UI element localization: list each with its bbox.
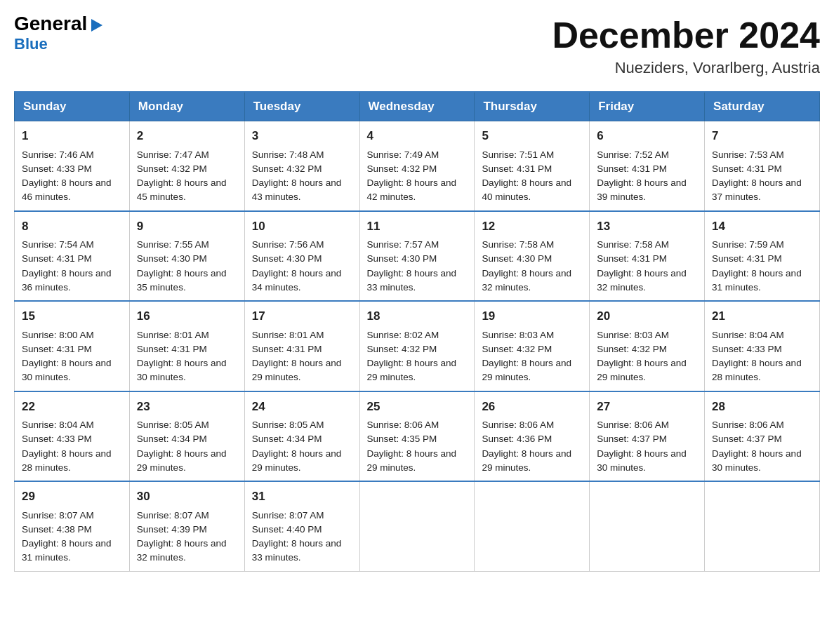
sunrise-text: Sunrise: 8:03 AM <box>597 328 697 342</box>
sunrise-text: Sunrise: 7:47 AM <box>137 148 237 162</box>
sunset-text: Sunset: 4:32 PM <box>367 162 468 176</box>
daylight-text: Daylight: 8 hours and 29 minutes. <box>482 447 582 476</box>
table-row: 18Sunrise: 8:02 AMSunset: 4:32 PMDayligh… <box>359 301 475 391</box>
daylight-text: Daylight: 8 hours and 29 minutes. <box>252 356 352 385</box>
sunset-text: Sunset: 4:31 PM <box>597 162 697 176</box>
day-number: 27 <box>597 398 697 416</box>
day-number: 15 <box>22 307 122 326</box>
sunrise-text: Sunrise: 8:01 AM <box>252 328 352 342</box>
sunset-text: Sunset: 4:37 PM <box>597 432 697 446</box>
sunset-text: Sunset: 4:32 PM <box>137 162 237 176</box>
daylight-text: Daylight: 8 hours and 32 minutes. <box>597 267 697 295</box>
table-row <box>705 481 820 571</box>
calendar-week-row: 1Sunrise: 7:46 AMSunset: 4:33 PMDaylight… <box>15 121 820 211</box>
table-row: 20Sunrise: 8:03 AMSunset: 4:32 PMDayligh… <box>590 301 705 391</box>
daylight-text: Daylight: 8 hours and 29 minutes. <box>367 447 468 476</box>
sunrise-text: Sunrise: 7:52 AM <box>597 148 697 162</box>
day-number: 3 <box>252 127 352 145</box>
day-number: 6 <box>597 127 697 145</box>
table-row: 14Sunrise: 7:59 AMSunset: 4:31 PMDayligh… <box>705 211 820 302</box>
sunrise-text: Sunrise: 8:06 AM <box>712 418 812 432</box>
sunrise-text: Sunrise: 8:07 AM <box>252 509 352 523</box>
header-thursday: Thursday <box>475 92 590 121</box>
table-row: 5Sunrise: 7:51 AMSunset: 4:31 PMDaylight… <box>475 121 590 211</box>
sunrise-text: Sunrise: 8:07 AM <box>137 509 237 523</box>
day-number: 23 <box>137 398 237 416</box>
sunrise-text: Sunrise: 8:05 AM <box>137 418 237 432</box>
daylight-text: Daylight: 8 hours and 29 minutes. <box>597 356 697 385</box>
sunset-text: Sunset: 4:34 PM <box>252 432 352 446</box>
day-number: 17 <box>252 307 352 326</box>
sunset-text: Sunset: 4:38 PM <box>22 523 122 537</box>
day-number: 30 <box>137 488 237 506</box>
sunrise-text: Sunrise: 8:04 AM <box>712 328 812 342</box>
sunrise-text: Sunrise: 8:04 AM <box>22 418 122 432</box>
sunrise-text: Sunrise: 8:06 AM <box>482 418 582 432</box>
daylight-text: Daylight: 8 hours and 43 minutes. <box>252 176 352 205</box>
sunset-text: Sunset: 4:31 PM <box>712 252 812 266</box>
sunset-text: Sunset: 4:35 PM <box>367 432 468 446</box>
day-number: 24 <box>252 398 352 416</box>
table-row: 10Sunrise: 7:56 AMSunset: 4:30 PMDayligh… <box>244 211 359 302</box>
daylight-text: Daylight: 8 hours and 39 minutes. <box>597 176 697 205</box>
daylight-text: Daylight: 8 hours and 35 minutes. <box>137 267 237 295</box>
table-row: 21Sunrise: 8:04 AMSunset: 4:33 PMDayligh… <box>705 301 820 391</box>
day-number: 28 <box>712 398 812 416</box>
daylight-text: Daylight: 8 hours and 34 minutes. <box>252 267 352 295</box>
sunset-text: Sunset: 4:37 PM <box>712 432 812 446</box>
title-section: December 2024 Nueziders, Vorarlberg, Aus… <box>552 14 820 77</box>
sunset-text: Sunset: 4:34 PM <box>137 432 237 446</box>
sunrise-text: Sunrise: 8:02 AM <box>367 328 468 342</box>
calendar-week-row: 15Sunrise: 8:00 AMSunset: 4:31 PMDayligh… <box>15 301 820 391</box>
header-wednesday: Wednesday <box>359 92 475 121</box>
day-number: 22 <box>22 398 122 416</box>
daylight-text: Daylight: 8 hours and 36 minutes. <box>22 267 122 295</box>
day-number: 10 <box>252 217 352 236</box>
header-tuesday: Tuesday <box>244 92 359 121</box>
sunrise-text: Sunrise: 8:06 AM <box>597 418 697 432</box>
daylight-text: Daylight: 8 hours and 42 minutes. <box>367 176 468 205</box>
header-saturday: Saturday <box>705 92 820 121</box>
day-number: 26 <box>482 398 582 416</box>
sunset-text: Sunset: 4:31 PM <box>22 342 122 356</box>
day-number: 25 <box>367 398 468 416</box>
sunset-text: Sunset: 4:33 PM <box>22 162 122 176</box>
table-row: 3Sunrise: 7:48 AMSunset: 4:32 PMDaylight… <box>244 121 359 211</box>
sunset-text: Sunset: 4:32 PM <box>482 342 582 356</box>
sunrise-text: Sunrise: 8:03 AM <box>482 328 582 342</box>
daylight-text: Daylight: 8 hours and 33 minutes. <box>367 267 468 295</box>
table-row: 6Sunrise: 7:52 AMSunset: 4:31 PMDaylight… <box>590 121 705 211</box>
sunset-text: Sunset: 4:36 PM <box>482 432 582 446</box>
location-title: Nueziders, Vorarlberg, Austria <box>552 59 820 77</box>
table-row: 30Sunrise: 8:07 AMSunset: 4:39 PMDayligh… <box>129 481 244 571</box>
calendar-week-row: 8Sunrise: 7:54 AMSunset: 4:31 PMDaylight… <box>15 211 820 302</box>
logo-blue: Blue <box>14 35 48 53</box>
table-row: 9Sunrise: 7:55 AMSunset: 4:30 PMDaylight… <box>129 211 244 302</box>
table-row: 17Sunrise: 8:01 AMSunset: 4:31 PMDayligh… <box>244 301 359 391</box>
sunrise-text: Sunrise: 7:56 AM <box>252 238 352 252</box>
day-number: 2 <box>137 127 237 145</box>
day-number: 29 <box>22 488 122 506</box>
sunset-text: Sunset: 4:30 PM <box>367 252 468 266</box>
sunrise-text: Sunrise: 7:58 AM <box>482 238 582 252</box>
table-row: 29Sunrise: 8:07 AMSunset: 4:38 PMDayligh… <box>15 481 130 571</box>
table-row: 11Sunrise: 7:57 AMSunset: 4:30 PMDayligh… <box>359 211 475 302</box>
sunrise-text: Sunrise: 7:58 AM <box>597 238 697 252</box>
day-number: 14 <box>712 217 812 236</box>
calendar-table: Sunday Monday Tuesday Wednesday Thursday… <box>14 91 820 572</box>
table-row: 27Sunrise: 8:06 AMSunset: 4:37 PMDayligh… <box>590 391 705 482</box>
day-number: 11 <box>367 217 468 236</box>
day-number: 1 <box>22 127 122 145</box>
table-row: 23Sunrise: 8:05 AMSunset: 4:34 PMDayligh… <box>129 391 244 482</box>
sunrise-text: Sunrise: 8:07 AM <box>22 509 122 523</box>
daylight-text: Daylight: 8 hours and 30 minutes. <box>712 447 812 476</box>
sunrise-text: Sunrise: 7:59 AM <box>712 238 812 252</box>
daylight-text: Daylight: 8 hours and 29 minutes. <box>482 356 582 385</box>
sunrise-text: Sunrise: 8:05 AM <box>252 418 352 432</box>
calendar-week-row: 22Sunrise: 8:04 AMSunset: 4:33 PMDayligh… <box>15 391 820 482</box>
sunset-text: Sunset: 4:31 PM <box>482 162 582 176</box>
sunset-text: Sunset: 4:31 PM <box>712 162 812 176</box>
table-row: 22Sunrise: 8:04 AMSunset: 4:33 PMDayligh… <box>15 391 130 482</box>
sunrise-text: Sunrise: 7:51 AM <box>482 148 582 162</box>
sunrise-text: Sunrise: 7:55 AM <box>137 238 237 252</box>
